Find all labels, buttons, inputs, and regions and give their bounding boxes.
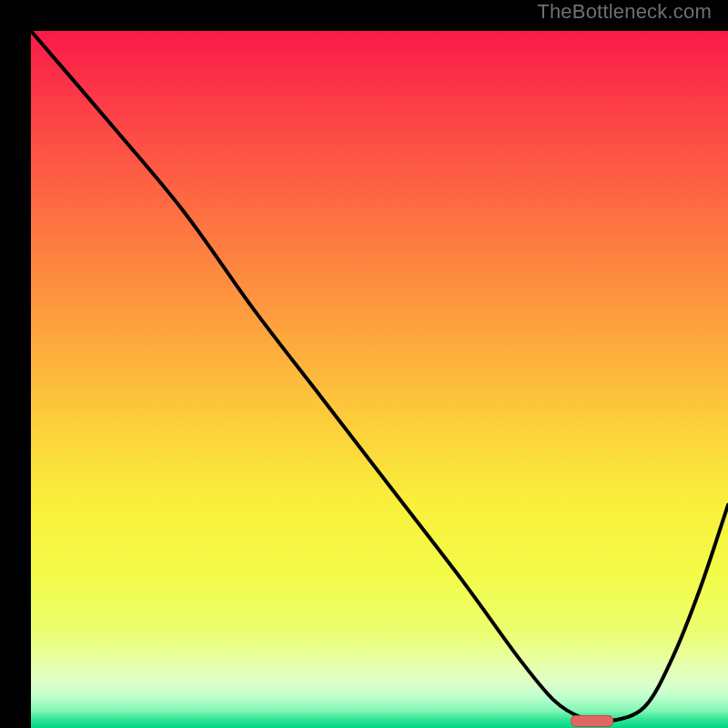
chart-background <box>31 31 728 728</box>
bottleneck-chart <box>31 31 728 728</box>
chart-frame <box>15 15 713 713</box>
optimal-zone-marker <box>571 715 613 726</box>
watermark-text: TheBottleneck.com <box>537 0 712 24</box>
